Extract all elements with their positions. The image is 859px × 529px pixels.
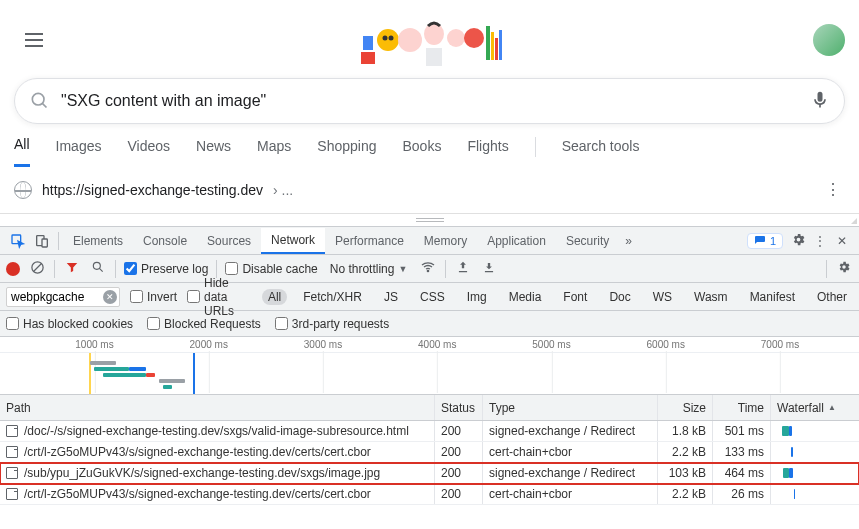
row-waterfall	[771, 442, 859, 462]
col-header-waterfall[interactable]: Waterfall▲	[771, 395, 859, 420]
network-settings-icon[interactable]	[835, 260, 853, 277]
row-size: 2.2 kB	[658, 484, 713, 504]
third-party-checkbox[interactable]: 3rd-party requests	[275, 317, 389, 331]
import-har-icon[interactable]	[454, 260, 472, 277]
row-status: 200	[435, 421, 483, 441]
ruler-tick: 6000 ms	[647, 339, 685, 350]
row-waterfall	[771, 421, 859, 441]
svg-rect-0	[361, 52, 375, 64]
close-devtools-icon[interactable]: ✕	[831, 234, 853, 248]
devtools-drag-handle[interactable]	[0, 214, 859, 226]
clear-filter-icon[interactable]: ✕	[103, 290, 117, 304]
row-path: /doc/-/s/signed-exchange-testing.dev/sxg…	[24, 424, 409, 438]
svg-line-20	[33, 263, 41, 271]
filter-icon[interactable]	[63, 260, 81, 277]
row-path: /sub/ypu_jZuGukVK/s/signed-exchange-test…	[24, 466, 380, 480]
search-input[interactable]	[61, 92, 810, 110]
issues-count: 1	[770, 235, 776, 247]
col-header-status[interactable]: Status	[435, 395, 483, 420]
breadcrumb-path: › ...	[273, 182, 293, 198]
filter-input-wrap[interactable]: ✕	[6, 287, 120, 307]
inspect-element-icon[interactable]	[6, 229, 30, 253]
profile-avatar[interactable]	[813, 24, 845, 56]
col-header-type[interactable]: Type	[483, 395, 658, 420]
more-options-icon[interactable]: ⋮	[809, 234, 831, 248]
network-row[interactable]: /crt/l-zG5oMUPv43/s/signed-exchange-test…	[0, 442, 859, 463]
tab-shopping[interactable]: Shopping	[317, 138, 376, 166]
export-har-icon[interactable]	[480, 260, 498, 277]
tab-performance[interactable]: Performance	[325, 228, 414, 254]
type-font[interactable]: Font	[557, 289, 593, 305]
blocked-requests-checkbox[interactable]: Blocked Requests	[147, 317, 261, 331]
waterfall-overview[interactable]: 1000 ms2000 ms3000 ms4000 ms5000 ms6000 …	[0, 337, 859, 395]
disable-cache-checkbox[interactable]: Disable cache	[225, 262, 317, 276]
row-type: signed-exchange / Redirect	[483, 463, 658, 483]
device-toggle-icon[interactable]	[30, 229, 54, 253]
tab-books[interactable]: Books	[402, 138, 441, 166]
row-time: 464 ms	[713, 463, 771, 483]
google-doodle-logo[interactable]	[356, 12, 511, 68]
svg-point-4	[389, 36, 394, 41]
invert-checkbox[interactable]: Invert	[130, 290, 177, 304]
search-icon	[29, 90, 49, 113]
preserve-log-checkbox[interactable]: Preserve log	[124, 262, 208, 276]
tab-application[interactable]: Application	[477, 228, 556, 254]
svg-line-22	[99, 268, 103, 272]
more-tabs-icon[interactable]: »	[619, 234, 638, 248]
type-wasm[interactable]: Wasm	[688, 289, 734, 305]
type-css[interactable]: CSS	[414, 289, 451, 305]
type-js[interactable]: JS	[378, 289, 404, 305]
network-row[interactable]: /crt/l-zG5oMUPv43/s/signed-exchange-test…	[0, 484, 859, 505]
tab-memory[interactable]: Memory	[414, 228, 477, 254]
type-fetch[interactable]: Fetch/XHR	[297, 289, 368, 305]
type-doc[interactable]: Doc	[603, 289, 636, 305]
ruler-tick: 2000 ms	[190, 339, 228, 350]
type-img[interactable]: Img	[461, 289, 493, 305]
search-bar[interactable]	[14, 78, 845, 124]
type-media[interactable]: Media	[503, 289, 548, 305]
network-row[interactable]: /sub/ypu_jZuGukVK/s/signed-exchange-test…	[0, 463, 859, 484]
file-icon	[6, 425, 18, 437]
tab-videos[interactable]: Videos	[127, 138, 170, 166]
tab-images[interactable]: Images	[56, 138, 102, 166]
network-conditions-icon[interactable]	[419, 259, 437, 278]
col-header-size[interactable]: Size	[658, 395, 713, 420]
ruler-tick: 1000 ms	[75, 339, 113, 350]
tab-network[interactable]: Network	[261, 228, 325, 254]
blocked-cookies-checkbox[interactable]: Has blocked cookies	[6, 317, 133, 331]
search-network-icon[interactable]	[89, 260, 107, 277]
menu-button[interactable]	[14, 20, 54, 60]
throttling-select[interactable]: No throttling▼	[326, 262, 412, 276]
issues-badge[interactable]: 1	[747, 233, 783, 249]
svg-rect-13	[499, 30, 502, 60]
ruler-tick: 7000 ms	[761, 339, 799, 350]
tab-console[interactable]: Console	[133, 228, 197, 254]
filter-input[interactable]	[11, 290, 101, 304]
voice-search-icon[interactable]	[810, 90, 830, 113]
type-other[interactable]: Other	[811, 289, 853, 305]
tab-flights[interactable]: Flights	[467, 138, 508, 166]
tab-maps[interactable]: Maps	[257, 138, 291, 166]
network-row[interactable]: /doc/-/s/signed-exchange-testing.dev/sxg…	[0, 421, 859, 442]
type-manifest[interactable]: Manifest	[744, 289, 801, 305]
search-result-breadcrumb[interactable]: https://signed-exchange-testing.dev › ..…	[14, 167, 845, 213]
svg-rect-1	[363, 36, 373, 50]
type-all[interactable]: All	[262, 289, 287, 305]
col-header-path[interactable]: Path	[0, 395, 435, 420]
col-header-time[interactable]: Time	[713, 395, 771, 420]
tab-security[interactable]: Security	[556, 228, 619, 254]
tab-elements[interactable]: Elements	[63, 228, 133, 254]
search-tools-button[interactable]: Search tools	[562, 138, 640, 166]
tab-sources[interactable]: Sources	[197, 228, 261, 254]
hide-data-urls-checkbox[interactable]: Hide data URLs	[187, 276, 252, 318]
row-waterfall	[771, 484, 859, 504]
result-more-button[interactable]	[821, 187, 845, 193]
type-ws[interactable]: WS	[647, 289, 678, 305]
clear-button[interactable]	[28, 260, 46, 278]
row-type: cert-chain+cbor	[483, 484, 658, 504]
tab-all[interactable]: All	[14, 136, 30, 167]
row-status: 200	[435, 463, 483, 483]
record-button[interactable]	[6, 262, 20, 276]
tab-news[interactable]: News	[196, 138, 231, 166]
settings-icon[interactable]	[787, 232, 809, 250]
